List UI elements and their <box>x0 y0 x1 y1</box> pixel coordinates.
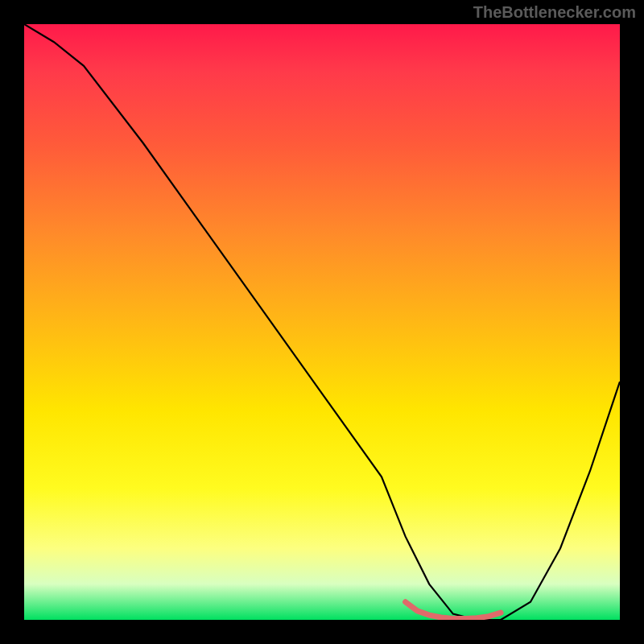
optimal-range-path <box>406 602 501 619</box>
chart-svg <box>24 24 620 620</box>
chart-container <box>24 24 620 620</box>
bottleneck-curve-path <box>24 24 620 620</box>
watermark-text: TheBottlenecker.com <box>473 3 636 22</box>
